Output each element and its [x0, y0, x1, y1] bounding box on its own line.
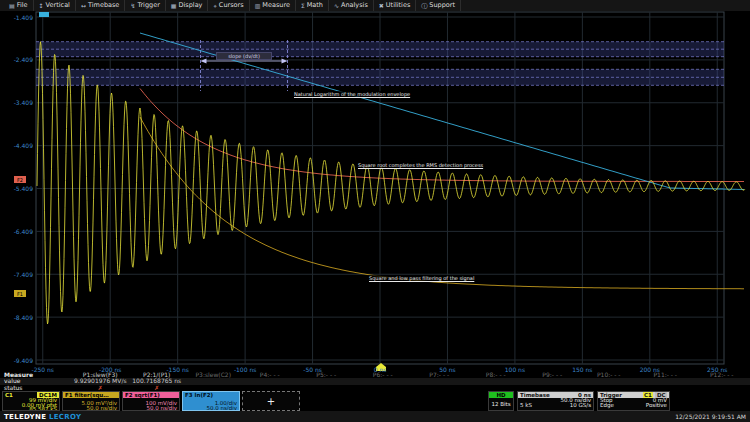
y-axis-label: -8.409	[1, 314, 33, 321]
timebase-samples: 5 kS	[520, 403, 532, 408]
f1-label: F1	[65, 392, 73, 398]
waveform-display[interactable]: F2F1	[0, 0, 750, 422]
param-status-p1: ✗	[72, 385, 129, 391]
param-status-p3	[185, 385, 242, 391]
trace-marker-f3[interactable]	[39, 12, 49, 17]
timebase-descriptor[interactable]: Timebase 0 ns 50.0 ns/div 5 kS 10 GS/s	[517, 391, 594, 411]
f2-label: F2	[125, 392, 133, 398]
annotation: Natural Logarithm of the modulation enve…	[293, 91, 411, 97]
measure-table: Measure P1:slew(F3)P2:1/(P1)P3:slew(C2)P…	[0, 372, 750, 391]
trigger-type: Edge	[600, 403, 614, 408]
y-axis-label: -9.409	[1, 357, 33, 364]
y-axis-label: -3.409	[1, 99, 33, 106]
timebase-rate: 10 GS/s	[570, 403, 591, 408]
trigger-descriptor[interactable]: Trigger C1 DC Stop 0 mV Edge Positive	[597, 391, 670, 411]
y-axis-label: -6.409	[1, 228, 33, 235]
svg-text:F1: F1	[17, 291, 23, 297]
f2-function: sqrt(F1)	[135, 392, 160, 398]
annotation: Square and low pass filtering of the sig…	[368, 275, 475, 281]
f2-tdiv: 50.0 ns/div	[123, 406, 179, 411]
param-status-p10	[581, 385, 638, 391]
hd-mode-indicator[interactable]: HD 12 Bits	[488, 391, 514, 411]
param-status-p2: ✗	[129, 385, 186, 391]
y-axis-label: -5.409	[1, 185, 33, 192]
f1-tdiv: 50.0 ns/div	[63, 406, 119, 411]
add-trace-button[interactable]: +	[242, 391, 300, 411]
param-status-p12	[694, 385, 750, 391]
param-status-p11	[637, 385, 694, 391]
param-status-p5	[298, 385, 355, 391]
math-descriptor-f1[interactable]: F1 filter(squ… 5.00 mV²/div 50.0 ns/div	[62, 391, 120, 411]
param-status-p9	[524, 385, 581, 391]
math-descriptor-f3-selected[interactable]: F3 ln(F2) 1.00/div 50.0 ns/div	[182, 391, 240, 411]
brand-logo: TELEDYNE LECROY	[4, 413, 81, 421]
y-axis-label: -4.409	[1, 142, 33, 149]
gate-band	[36, 42, 724, 57]
hd-bits: 12 Bits	[489, 398, 513, 411]
svg-text:F2: F2	[17, 177, 23, 183]
cursor-measurement-label[interactable]: slope (dv/dt)	[216, 52, 272, 60]
f3-label: F3	[185, 392, 193, 398]
y-axis-label: -7.409	[1, 271, 33, 278]
param-status-p6	[355, 385, 412, 391]
param-status-p7	[411, 385, 468, 391]
trigger-slope: Positive	[646, 403, 667, 408]
gate-band	[36, 69, 724, 85]
param-status-p8	[468, 385, 525, 391]
y-axis-label: -2.409	[1, 56, 33, 63]
annotation: Square root completes the RMS detection …	[357, 162, 484, 168]
y-axis-label: -1.409	[1, 14, 33, 21]
f3-tdiv: 50.0 ns/div	[183, 406, 239, 411]
param-status-p4	[242, 385, 299, 391]
math-descriptor-f2[interactable]: F2 sqrt(F1) 100 mV/div 50.0 ns/div	[122, 391, 180, 411]
f1-function: filter(squ…	[75, 392, 109, 398]
status-bar: TELEDYNE LECROY 12/25/2021 9:19:51 AM	[0, 411, 750, 422]
c1-label: C1	[3, 392, 13, 398]
f3-function: ln(F2)	[195, 392, 213, 398]
timebase-label: Timebase	[520, 392, 550, 398]
channel-descriptor-c1[interactable]: C1 DC1M 99 mV/div 0.00 mV ofst 85.587 kS	[2, 391, 60, 411]
measure-status-label: status	[0, 385, 72, 391]
clock: 12/25/2021 9:19:51 AM	[675, 413, 746, 420]
